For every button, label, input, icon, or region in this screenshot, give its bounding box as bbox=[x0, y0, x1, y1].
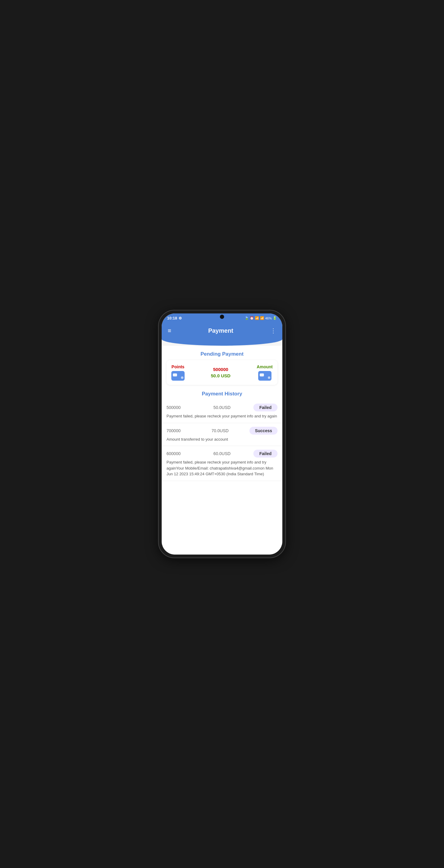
status-time: 10:18 ⚙ bbox=[167, 316, 182, 320]
history-message: Payment failed, please recheck your paym… bbox=[167, 459, 277, 477]
history-item: 50000050.0USDFailedPayment failed, pleas… bbox=[162, 400, 282, 423]
main-content: Pending Payment Points 500000 50.0 USD A… bbox=[162, 346, 282, 555]
status-badge: Failed bbox=[254, 404, 277, 411]
points-label: Points bbox=[172, 364, 185, 369]
history-points: 700000 bbox=[167, 428, 190, 433]
phone-frame: 10:18 ⚙ 🍃 ⏰ 📶 📶 46% 🔋 ≡ Payment ⋮ Pendin… bbox=[159, 310, 285, 558]
app-bar-title: Payment bbox=[208, 327, 233, 334]
phone-screen: 10:18 ⚙ 🍃 ⏰ 📶 📶 46% 🔋 ≡ Payment ⋮ Pendin… bbox=[162, 313, 282, 555]
history-item: 60000060.0USDFailedPayment failed, pleas… bbox=[162, 446, 282, 481]
settings-icon: ⚙ bbox=[179, 316, 182, 320]
blue-curve-decoration bbox=[162, 339, 282, 346]
app-bar: ≡ Payment ⋮ bbox=[162, 322, 282, 339]
history-amount: 70.0USD bbox=[190, 428, 249, 433]
leaf-icon: 🍃 bbox=[245, 316, 249, 320]
status-badge: Failed bbox=[254, 450, 277, 458]
history-points: 500000 bbox=[167, 405, 190, 410]
signal-icon: 📶 bbox=[260, 316, 264, 320]
status-right: 🍃 ⏰ 📶 📶 46% 🔋 bbox=[245, 316, 277, 320]
alarm-icon: ⏰ bbox=[250, 316, 254, 320]
wifi-icon: 📶 bbox=[255, 316, 259, 320]
camera-notch bbox=[220, 315, 224, 319]
points-card-icon bbox=[171, 371, 185, 381]
amount-card-icon bbox=[258, 371, 271, 381]
pending-payment-title: Pending Payment bbox=[162, 346, 282, 360]
status-badge: Success bbox=[249, 427, 277, 435]
history-item: 70000070.0USDSuccessAmount transferred t… bbox=[162, 423, 282, 446]
time-text: 10:18 bbox=[167, 316, 177, 320]
history-amount: 50.0USD bbox=[190, 405, 254, 410]
pending-payment-card: Points 500000 50.0 USD Amount bbox=[167, 360, 277, 385]
pending-usd-value: 50.0 USD bbox=[211, 373, 231, 378]
battery-text: 46% bbox=[265, 316, 272, 320]
payment-history-title: Payment History bbox=[162, 390, 282, 400]
history-points: 600000 bbox=[167, 451, 190, 456]
history-message: Payment failed, please recheck your paym… bbox=[167, 413, 277, 419]
history-list: 50000050.0USDFailedPayment failed, pleas… bbox=[162, 400, 282, 481]
pending-points-value: 500000 bbox=[213, 367, 228, 372]
menu-icon[interactable]: ≡ bbox=[167, 326, 173, 336]
battery-icon: 🔋 bbox=[273, 316, 277, 320]
history-amount: 60.0USD bbox=[190, 451, 254, 456]
more-icon[interactable]: ⋮ bbox=[269, 326, 277, 336]
history-message: Amount transferred to your account bbox=[167, 436, 277, 442]
points-column: Points bbox=[171, 364, 185, 381]
amount-label: Amount bbox=[257, 364, 273, 369]
bottom-spacer bbox=[162, 481, 282, 493]
amount-column: Amount bbox=[257, 364, 273, 381]
